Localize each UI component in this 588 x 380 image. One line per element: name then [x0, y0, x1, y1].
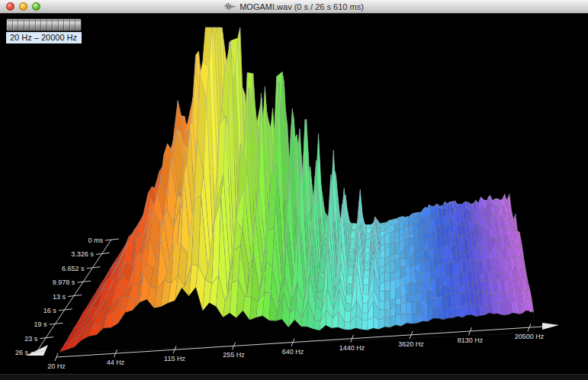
overview-segment: [36, 19, 42, 31]
mesh-facet: [345, 293, 352, 304]
mesh-facet: [395, 298, 400, 305]
mesh-facet: [381, 224, 385, 232]
app-window: 20 Hz44 Hz115 Hz255 Hz640 Hz1440 Hz3620 …: [0, 0, 588, 380]
spectrum-3d-view[interactable]: 20 Hz44 Hz115 Hz255 Hz640 Hz1440 Hz3620 …: [0, 0, 588, 380]
minimize-button[interactable]: [19, 2, 27, 11]
time-tick-label: 16 s: [43, 307, 57, 314]
mesh-facet: [401, 302, 406, 314]
title-bar[interactable]: MOGAMI.wav (0 s / 26 s 610 ms): [0, 0, 588, 14]
overview-scale-strip[interactable]: [6, 18, 82, 31]
close-button[interactable]: [6, 2, 14, 11]
overview-segment: [7, 19, 13, 31]
mesh-facet: [404, 234, 410, 240]
mesh-facet: [396, 314, 401, 327]
mesh-facet: [380, 257, 385, 266]
overview-segment: [64, 19, 70, 31]
mesh-facet: [432, 308, 439, 319]
mesh-facet: [362, 302, 368, 313]
time-axis-arrow-icon: [26, 345, 48, 356]
mesh-facet: [432, 298, 437, 309]
freq-axis-arrow-icon: [542, 323, 559, 330]
freq-tick-label: 20 Hz: [47, 362, 66, 370]
mesh-facet: [384, 301, 390, 311]
mesh-facet: [379, 291, 384, 301]
time-tick-label: 13 s: [53, 293, 66, 301]
window-bottom-edge[interactable]: [0, 374, 588, 380]
freq-tick-label: 255 Hz: [223, 351, 245, 359]
mesh-facet: [406, 314, 412, 324]
mesh-facet: [406, 295, 411, 303]
mesh-facet: [347, 275, 353, 285]
freq-tick-label: 44 Hz: [107, 359, 125, 366]
freq-tick-label: 3620 Hz: [398, 340, 424, 348]
mesh-facet: [313, 320, 320, 330]
mesh-facet: [427, 298, 432, 309]
mesh-facet: [384, 317, 390, 327]
window-title: MOGAMI.wav (0 s / 26 s 610 ms): [239, 2, 364, 11]
overview-segment: [47, 19, 53, 31]
time-tick-label: 19 s: [34, 320, 47, 328]
overview-segment: [18, 19, 24, 31]
mesh-facet: [348, 266, 354, 275]
freq-tick-label: 20500 Hz: [515, 333, 545, 340]
mesh-facet: [413, 213, 417, 225]
freq-tick-label: 115 Hz: [164, 355, 185, 362]
time-tick-label: 23 s: [24, 335, 38, 343]
freq-tick-label: 640 Hz: [282, 348, 304, 356]
mesh-facet: [411, 303, 416, 314]
zoom-button[interactable]: [32, 2, 40, 11]
overview-segment: [13, 19, 19, 31]
mesh-facet: [345, 303, 352, 311]
mesh-facet: [400, 258, 405, 267]
mesh-facet: [384, 310, 390, 318]
overview-segment: [53, 19, 59, 31]
mesh-facet: [344, 322, 351, 330]
freq-tick-label: 8130 Hz: [458, 337, 484, 344]
mesh-facet: [345, 311, 351, 322]
time-tick-label: 6.652 s: [62, 265, 85, 272]
time-tick-label: 9.978 s: [53, 279, 76, 286]
freq-tick-label: 1440 Hz: [339, 344, 365, 352]
mesh-facet: [361, 320, 368, 330]
mesh-facet: [416, 301, 422, 314]
mesh-facet: [405, 259, 410, 267]
overview-segment: [30, 19, 36, 31]
overview-segment: [59, 19, 65, 31]
time-tick-label: 3.326 s: [71, 250, 94, 258]
window-title-group: MOGAMI.wav (0 s / 26 s 610 ms): [224, 2, 364, 11]
mesh-facet: [428, 240, 433, 252]
mesh-facet: [408, 225, 413, 235]
mesh-facet: [409, 234, 414, 239]
frequency-range-label: 20 Hz – 20000 Hz: [6, 32, 82, 43]
overview-segment: [41, 19, 47, 31]
mesh-facet: [396, 304, 401, 315]
mesh-facet: [395, 243, 400, 254]
time-tick-label: 0 ms: [88, 237, 103, 244]
mesh-facet: [385, 233, 390, 244]
mesh-facet: [431, 291, 436, 298]
mesh-facet: [384, 281, 390, 291]
overview-segment: [24, 19, 31, 31]
mesh-facet: [403, 226, 408, 235]
waveform-icon: [224, 2, 236, 11]
mesh-facet: [412, 314, 417, 324]
mesh-facet: [362, 313, 368, 320]
mesh-facet: [390, 261, 395, 274]
mesh-facet: [406, 302, 412, 314]
mesh-facet: [419, 259, 425, 274]
mesh-facet: [379, 301, 384, 311]
overview-segment: [70, 19, 76, 31]
mesh-facet: [379, 309, 384, 320]
spectrum-surface[interactable]: [59, 27, 534, 353]
time-tick-label: 26 s: [15, 349, 29, 356]
time-tick: [105, 239, 119, 240]
mesh-facet: [385, 272, 390, 282]
mesh-facet: [384, 291, 390, 301]
window-controls: [6, 2, 40, 11]
overview-segment: [76, 19, 81, 31]
